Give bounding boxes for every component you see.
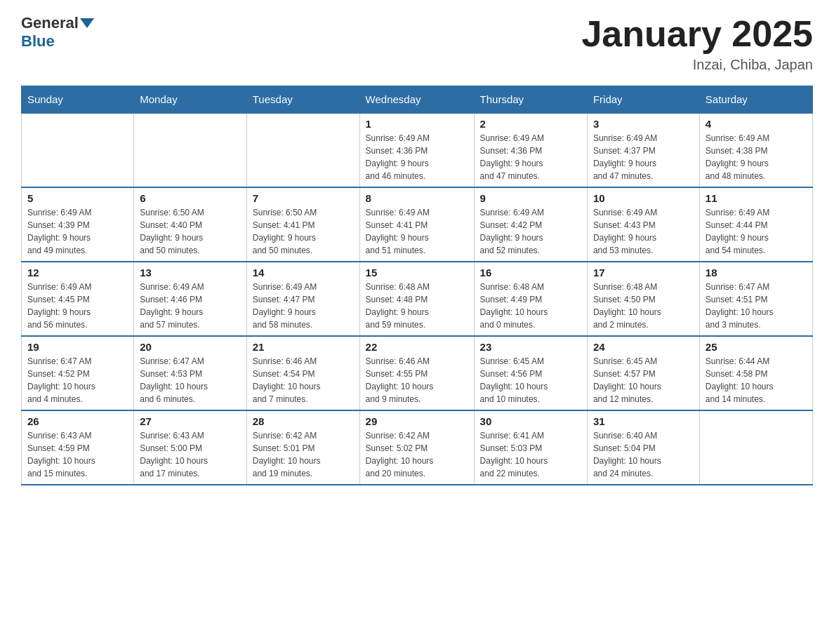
day-info: Sunrise: 6:42 AM Sunset: 5:01 PM Dayligh… bbox=[253, 429, 354, 480]
calendar-cell: 29Sunrise: 6:42 AM Sunset: 5:02 PM Dayli… bbox=[359, 410, 474, 485]
header-tuesday: Tuesday bbox=[246, 86, 359, 114]
header-thursday: Thursday bbox=[474, 86, 587, 114]
calendar-cell: 6Sunrise: 6:50 AM Sunset: 4:40 PM Daylig… bbox=[134, 187, 247, 262]
day-number: 31 bbox=[593, 415, 694, 427]
day-number: 6 bbox=[140, 192, 241, 204]
day-number: 24 bbox=[593, 341, 694, 353]
day-number: 21 bbox=[253, 341, 354, 353]
calendar-table: Sunday Monday Tuesday Wednesday Thursday… bbox=[21, 86, 813, 485]
calendar-cell: 27Sunrise: 6:43 AM Sunset: 5:00 PM Dayli… bbox=[134, 410, 247, 485]
calendar-week-1: 1Sunrise: 6:49 AM Sunset: 4:36 PM Daylig… bbox=[22, 113, 813, 187]
day-number: 4 bbox=[706, 118, 807, 130]
day-info: Sunrise: 6:48 AM Sunset: 4:48 PM Dayligh… bbox=[366, 281, 468, 331]
day-info: Sunrise: 6:49 AM Sunset: 4:36 PM Dayligh… bbox=[480, 132, 581, 182]
header-monday: Monday bbox=[134, 86, 247, 114]
calendar-cell: 15Sunrise: 6:48 AM Sunset: 4:48 PM Dayli… bbox=[359, 262, 474, 336]
day-info: Sunrise: 6:48 AM Sunset: 4:50 PM Dayligh… bbox=[593, 281, 694, 331]
calendar-week-5: 26Sunrise: 6:43 AM Sunset: 4:59 PM Dayli… bbox=[22, 410, 813, 485]
day-number: 12 bbox=[27, 267, 128, 279]
day-number: 9 bbox=[480, 192, 581, 204]
day-number: 26 bbox=[27, 415, 128, 427]
day-info: Sunrise: 6:47 AM Sunset: 4:52 PM Dayligh… bbox=[27, 355, 128, 405]
day-number: 25 bbox=[706, 341, 807, 353]
day-info: Sunrise: 6:47 AM Sunset: 4:51 PM Dayligh… bbox=[706, 281, 807, 331]
header-sunday: Sunday bbox=[22, 86, 134, 114]
title-block: January 2025 Inzai, Chiba, Japan bbox=[581, 14, 813, 73]
calendar-header-row: Sunday Monday Tuesday Wednesday Thursday… bbox=[22, 86, 813, 114]
day-info: Sunrise: 6:49 AM Sunset: 4:41 PM Dayligh… bbox=[366, 206, 468, 257]
calendar-cell: 23Sunrise: 6:45 AM Sunset: 4:56 PM Dayli… bbox=[474, 336, 587, 410]
calendar-cell: 14Sunrise: 6:49 AM Sunset: 4:47 PM Dayli… bbox=[246, 262, 359, 336]
day-info: Sunrise: 6:45 AM Sunset: 4:57 PM Dayligh… bbox=[593, 355, 694, 405]
day-number: 2 bbox=[480, 118, 581, 130]
calendar-cell: 16Sunrise: 6:48 AM Sunset: 4:49 PM Dayli… bbox=[474, 262, 587, 336]
day-number: 18 bbox=[706, 267, 807, 279]
day-number: 27 bbox=[140, 415, 241, 427]
calendar-body: 1Sunrise: 6:49 AM Sunset: 4:36 PM Daylig… bbox=[22, 113, 813, 485]
day-info: Sunrise: 6:49 AM Sunset: 4:42 PM Dayligh… bbox=[480, 206, 581, 257]
logo-arrow-icon bbox=[80, 18, 94, 28]
calendar-cell bbox=[22, 113, 134, 187]
calendar-cell: 9Sunrise: 6:49 AM Sunset: 4:42 PM Daylig… bbox=[474, 187, 587, 262]
day-info: Sunrise: 6:46 AM Sunset: 4:54 PM Dayligh… bbox=[253, 355, 354, 405]
calendar-cell: 21Sunrise: 6:46 AM Sunset: 4:54 PM Dayli… bbox=[246, 336, 359, 410]
calendar-cell: 22Sunrise: 6:46 AM Sunset: 4:55 PM Dayli… bbox=[359, 336, 474, 410]
day-info: Sunrise: 6:48 AM Sunset: 4:49 PM Dayligh… bbox=[480, 281, 581, 331]
header-friday: Friday bbox=[587, 86, 699, 114]
calendar-week-3: 12Sunrise: 6:49 AM Sunset: 4:45 PM Dayli… bbox=[22, 262, 813, 336]
day-info: Sunrise: 6:49 AM Sunset: 4:46 PM Dayligh… bbox=[140, 281, 241, 331]
day-number: 16 bbox=[480, 267, 581, 279]
day-number: 30 bbox=[480, 415, 581, 427]
day-info: Sunrise: 6:45 AM Sunset: 4:56 PM Dayligh… bbox=[480, 355, 581, 405]
calendar-cell: 8Sunrise: 6:49 AM Sunset: 4:41 PM Daylig… bbox=[359, 187, 474, 262]
day-info: Sunrise: 6:49 AM Sunset: 4:38 PM Dayligh… bbox=[706, 132, 807, 182]
day-number: 20 bbox=[140, 341, 241, 353]
calendar-cell: 12Sunrise: 6:49 AM Sunset: 4:45 PM Dayli… bbox=[22, 262, 134, 336]
calendar-cell: 3Sunrise: 6:49 AM Sunset: 4:37 PM Daylig… bbox=[587, 113, 699, 187]
calendar-cell: 20Sunrise: 6:47 AM Sunset: 4:53 PM Dayli… bbox=[134, 336, 247, 410]
day-info: Sunrise: 6:49 AM Sunset: 4:37 PM Dayligh… bbox=[593, 132, 694, 182]
day-number: 29 bbox=[366, 415, 468, 427]
day-number: 22 bbox=[366, 341, 468, 353]
calendar-cell: 4Sunrise: 6:49 AM Sunset: 4:38 PM Daylig… bbox=[699, 113, 812, 187]
day-number: 19 bbox=[27, 341, 128, 353]
day-number: 8 bbox=[366, 192, 468, 204]
calendar-cell: 31Sunrise: 6:40 AM Sunset: 5:04 PM Dayli… bbox=[587, 410, 699, 485]
day-info: Sunrise: 6:41 AM Sunset: 5:03 PM Dayligh… bbox=[480, 429, 581, 480]
calendar-cell bbox=[699, 410, 812, 485]
day-number: 10 bbox=[593, 192, 694, 204]
day-number: 7 bbox=[253, 192, 354, 204]
calendar-cell: 5Sunrise: 6:49 AM Sunset: 4:39 PM Daylig… bbox=[22, 187, 134, 262]
calendar-cell: 10Sunrise: 6:49 AM Sunset: 4:43 PM Dayli… bbox=[587, 187, 699, 262]
calendar-title: January 2025 bbox=[581, 14, 813, 54]
page-header: General Blue January 2025 Inzai, Chiba, … bbox=[21, 14, 813, 73]
day-number: 15 bbox=[366, 267, 468, 279]
day-info: Sunrise: 6:46 AM Sunset: 4:55 PM Dayligh… bbox=[366, 355, 468, 405]
day-info: Sunrise: 6:49 AM Sunset: 4:36 PM Dayligh… bbox=[366, 132, 468, 182]
day-info: Sunrise: 6:40 AM Sunset: 5:04 PM Dayligh… bbox=[593, 429, 694, 480]
day-info: Sunrise: 6:50 AM Sunset: 4:40 PM Dayligh… bbox=[140, 206, 241, 257]
calendar-cell: 7Sunrise: 6:50 AM Sunset: 4:41 PM Daylig… bbox=[246, 187, 359, 262]
day-info: Sunrise: 6:47 AM Sunset: 4:53 PM Dayligh… bbox=[140, 355, 241, 405]
day-number: 1 bbox=[366, 118, 468, 130]
calendar-cell: 1Sunrise: 6:49 AM Sunset: 4:36 PM Daylig… bbox=[359, 113, 474, 187]
day-number: 13 bbox=[140, 267, 241, 279]
calendar-cell: 11Sunrise: 6:49 AM Sunset: 4:44 PM Dayli… bbox=[699, 187, 812, 262]
day-number: 23 bbox=[480, 341, 581, 353]
calendar-cell: 19Sunrise: 6:47 AM Sunset: 4:52 PM Dayli… bbox=[22, 336, 134, 410]
calendar-subtitle: Inzai, Chiba, Japan bbox=[581, 57, 813, 73]
logo: General Blue bbox=[21, 14, 95, 51]
day-number: 17 bbox=[593, 267, 694, 279]
logo-blue-text: Blue bbox=[21, 32, 55, 50]
calendar-week-4: 19Sunrise: 6:47 AM Sunset: 4:52 PM Dayli… bbox=[22, 336, 813, 410]
calendar-cell: 25Sunrise: 6:44 AM Sunset: 4:58 PM Dayli… bbox=[699, 336, 812, 410]
day-info: Sunrise: 6:50 AM Sunset: 4:41 PM Dayligh… bbox=[253, 206, 354, 257]
calendar-cell bbox=[134, 113, 247, 187]
day-info: Sunrise: 6:43 AM Sunset: 5:00 PM Dayligh… bbox=[140, 429, 241, 480]
calendar-cell: 30Sunrise: 6:41 AM Sunset: 5:03 PM Dayli… bbox=[474, 410, 587, 485]
calendar-cell: 2Sunrise: 6:49 AM Sunset: 4:36 PM Daylig… bbox=[474, 113, 587, 187]
day-info: Sunrise: 6:42 AM Sunset: 5:02 PM Dayligh… bbox=[366, 429, 468, 480]
calendar-cell: 17Sunrise: 6:48 AM Sunset: 4:50 PM Dayli… bbox=[587, 262, 699, 336]
day-info: Sunrise: 6:49 AM Sunset: 4:45 PM Dayligh… bbox=[27, 281, 128, 331]
day-info: Sunrise: 6:44 AM Sunset: 4:58 PM Dayligh… bbox=[706, 355, 807, 405]
